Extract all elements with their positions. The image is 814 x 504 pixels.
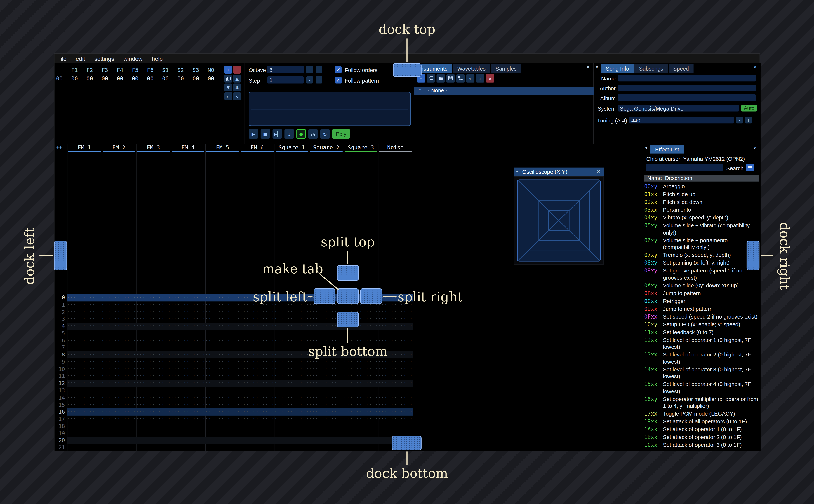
pattern-cell[interactable]: ··· ·· ·· ··· bbox=[274, 387, 309, 394]
pattern-cell[interactable]: ··· ·· ·· ··· bbox=[102, 373, 136, 380]
pattern-cell[interactable]: ··· ·· ·· ··· bbox=[171, 294, 205, 301]
pattern-cell[interactable]: ··· ·· ·· ··· bbox=[67, 373, 102, 380]
pattern-cell[interactable]: ··· ·· ·· ··· bbox=[378, 323, 413, 330]
pattern-cell[interactable]: ··· ·· ·· ··· bbox=[378, 308, 413, 316]
pattern-cell[interactable]: ··· ·· ·· ··· bbox=[102, 358, 136, 366]
pattern-cell[interactable]: ··· ·· ·· ··· bbox=[67, 408, 102, 416]
pattern-cell[interactable]: ··· ·· ·· ··· bbox=[102, 380, 136, 387]
save-instrument-button[interactable] bbox=[447, 74, 455, 83]
instrument-down-button[interactable]: ↓ bbox=[476, 74, 485, 83]
pattern-cell[interactable]: ··· ·· ·· ··· bbox=[378, 408, 413, 416]
pattern-cell[interactable]: ··· ·· ·· ··· bbox=[274, 323, 309, 330]
pattern-corner[interactable]: ++ bbox=[56, 145, 62, 151]
menu-help[interactable]: help bbox=[147, 54, 167, 63]
order-cell[interactable]: 00 bbox=[188, 75, 203, 81]
channel-header-fm-6[interactable]: FM 6 bbox=[240, 144, 274, 153]
pattern-cell[interactable]: ··· ·· ·· ··· bbox=[67, 316, 102, 323]
pattern-cell[interactable]: ··· ·· ·· ··· bbox=[67, 401, 102, 409]
pattern-cell[interactable]: ··· ·· ·· ··· bbox=[205, 344, 240, 351]
channel-header-square-3[interactable]: Square 3 bbox=[343, 144, 378, 153]
add-order-button[interactable]: + bbox=[224, 66, 232, 74]
pattern-cell[interactable]: ··· ·· ·· ··· bbox=[67, 308, 102, 316]
collapse-icon[interactable]: ▾ bbox=[645, 144, 651, 153]
menu-settings[interactable]: settings bbox=[90, 54, 119, 63]
order-up-button[interactable]: ▲ bbox=[233, 75, 241, 83]
collapse-icon[interactable]: ▾ bbox=[596, 63, 601, 72]
pattern-cell[interactable]: ··· ·· ·· ··· bbox=[102, 301, 136, 309]
pattern-cell[interactable]: ··· ·· ·· ··· bbox=[240, 387, 274, 394]
pattern-cell[interactable]: ··· ·· ·· ··· bbox=[136, 430, 171, 437]
channel-header-noise[interactable]: Noise bbox=[378, 144, 413, 153]
pattern-cell[interactable]: ··· ·· ·· ··· bbox=[309, 430, 343, 437]
octave-increase-button[interactable]: + bbox=[315, 66, 322, 73]
pattern-cell[interactable]: ··· ·· ·· ··· bbox=[171, 316, 205, 323]
pattern-cell[interactable]: ··· ·· ·· ··· bbox=[274, 380, 309, 387]
pattern-cell[interactable]: ··· ·· ·· ··· bbox=[240, 344, 274, 351]
order-cell[interactable]: 00 bbox=[143, 75, 158, 81]
pattern-cell[interactable]: ··· ·· ·· ··· bbox=[102, 294, 136, 301]
step-increase-button[interactable]: + bbox=[315, 76, 322, 83]
pattern-cell[interactable]: ··· ·· ·· ··· bbox=[102, 430, 136, 437]
pattern-cell[interactable]: ··· ·· ·· ··· bbox=[274, 351, 309, 358]
pattern-cell[interactable]: ··· ·· ·· ··· bbox=[309, 387, 343, 394]
order-cell[interactable]: 00 bbox=[158, 75, 173, 81]
pattern-cell[interactable]: ··· ·· ·· ··· bbox=[343, 437, 378, 444]
pattern-cell[interactable]: ··· ·· ·· ··· bbox=[102, 330, 136, 337]
pattern-cell[interactable]: ··· ·· ·· ··· bbox=[309, 358, 343, 366]
pattern-cell[interactable]: ··· ·· ·· ··· bbox=[102, 366, 136, 373]
pattern-cell[interactable]: ··· ·· ·· ··· bbox=[274, 373, 309, 380]
pattern-cell[interactable]: ··· ·· ·· ··· bbox=[67, 337, 102, 344]
pattern-cell[interactable]: ··· ·· ·· ··· bbox=[171, 330, 205, 337]
pattern-cell[interactable]: ··· ·· ·· ··· bbox=[136, 301, 171, 309]
pattern-cell[interactable]: ··· ·· ·· ··· bbox=[67, 351, 102, 358]
pattern-cell[interactable]: ··· ·· ·· ··· bbox=[240, 316, 274, 323]
instrument-up-button[interactable]: ↑ bbox=[466, 74, 475, 83]
pattern-cell[interactable]: ··· ·· ·· ··· bbox=[171, 308, 205, 316]
pattern-cell[interactable]: ··· ·· ·· ··· bbox=[309, 330, 343, 337]
pattern-cell[interactable]: ··· ·· ·· ··· bbox=[171, 351, 205, 358]
stop-button[interactable]: ■ bbox=[261, 129, 270, 139]
pattern-cell[interactable]: ··· ·· ·· ··· bbox=[343, 337, 378, 344]
pattern-cell[interactable]: ··· ·· ·· ··· bbox=[309, 380, 343, 387]
pattern-cell[interactable]: ··· ·· ·· ··· bbox=[378, 387, 413, 394]
pattern-cell[interactable]: ··· ·· ·· ··· bbox=[102, 401, 136, 409]
order-cell[interactable]: 00 bbox=[97, 75, 112, 81]
channel-header-fm-3[interactable]: FM 3 bbox=[136, 144, 171, 153]
pattern-cell[interactable]: ··· ·· ·· ··· bbox=[343, 401, 378, 409]
pattern-cell[interactable]: ··· ·· ·· ··· bbox=[343, 430, 378, 437]
pattern-cell[interactable]: ··· ·· ·· ··· bbox=[205, 380, 240, 387]
order-cell[interactable]: 00 bbox=[67, 75, 82, 81]
pattern-cell[interactable]: ··· ·· ·· ··· bbox=[136, 387, 171, 394]
pattern-cell[interactable]: ··· ·· ·· ··· bbox=[205, 308, 240, 316]
metronome-button[interactable] bbox=[308, 129, 318, 139]
tuning-field[interactable]: 440 bbox=[629, 117, 734, 124]
pattern-cell[interactable]: ··· ·· ·· ··· bbox=[136, 294, 171, 301]
order-cell[interactable]: 00 bbox=[173, 75, 188, 81]
channel-header-fm-4[interactable]: FM 4 bbox=[171, 144, 205, 153]
pattern-cell[interactable]: ··· ·· ·· ··· bbox=[205, 323, 240, 330]
pattern-cell[interactable]: ··· ·· ·· ··· bbox=[240, 337, 274, 344]
pattern-cell[interactable]: ··· ·· ·· ··· bbox=[309, 401, 343, 409]
song-tab-song-info[interactable]: Song Info bbox=[601, 64, 634, 73]
close-song-info-button[interactable]: × bbox=[752, 63, 759, 72]
pattern-cell[interactable]: ··· ·· ·· ··· bbox=[205, 423, 240, 430]
pattern-cell[interactable]: ··· ·· ·· ··· bbox=[171, 416, 205, 423]
pattern-cell[interactable]: ··· ·· ·· ··· bbox=[378, 373, 413, 380]
pattern-cell[interactable]: ··· ·· ·· ··· bbox=[378, 394, 413, 401]
make-tab-target[interactable] bbox=[337, 288, 359, 304]
effect-search-input[interactable] bbox=[646, 164, 723, 171]
play-pattern-button[interactable]: ▶▏ bbox=[273, 129, 282, 139]
close-effect-list-button[interactable]: × bbox=[752, 144, 759, 153]
pattern-cell[interactable]: ··· ·· ·· ··· bbox=[171, 358, 205, 366]
delete-instrument-button[interactable]: × bbox=[486, 74, 494, 83]
pattern-cell[interactable]: ··· ·· ·· ··· bbox=[343, 408, 378, 416]
pattern-cell[interactable]: ··· ·· ·· ··· bbox=[240, 401, 274, 409]
pattern-cell[interactable]: ··· ·· ·· ··· bbox=[171, 301, 205, 309]
pattern-cell[interactable]: ··· ·· ·· ··· bbox=[171, 408, 205, 416]
dock-top-target[interactable] bbox=[393, 63, 422, 77]
follow-orders-checkbox[interactable]: ✓ bbox=[335, 66, 342, 73]
instrument-list-item[interactable]: ○ - None - bbox=[414, 87, 594, 95]
pattern-cell[interactable]: ··· ·· ·· ··· bbox=[343, 330, 378, 337]
pattern-cell[interactable]: ··· ·· ·· ··· bbox=[136, 351, 171, 358]
pattern-cell[interactable]: ··· ·· ·· ··· bbox=[171, 444, 205, 451]
